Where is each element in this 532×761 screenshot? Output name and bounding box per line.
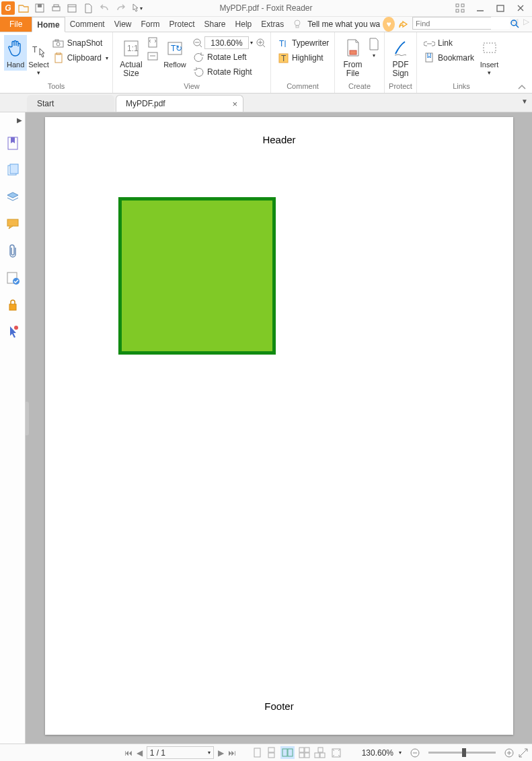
reflow-tool[interactable]: T↻ Reflow (161, 35, 188, 71)
zoom-input[interactable] (204, 36, 249, 49)
document-tabs: Start MyPDF.pdf× ▼ (0, 94, 532, 112)
zoom-in-status-icon[interactable] (504, 748, 515, 758)
share-panel-icon[interactable] (5, 324, 20, 339)
fromfile-label1: From (344, 60, 363, 69)
rotate-left-tool[interactable]: Rotate Left (192, 50, 266, 64)
save-icon[interactable] (34, 2, 46, 14)
security-panel-icon[interactable] (5, 297, 20, 312)
next-page-icon[interactable]: ▶ (218, 748, 224, 758)
snapshot-tool[interactable]: SnapShot (52, 36, 108, 50)
file-menu[interactable]: File (0, 17, 32, 32)
maximize-icon[interactable] (494, 3, 506, 13)
actual-size-tool[interactable]: 1:1 ActualSize (117, 35, 145, 79)
svg-point-59 (14, 326, 18, 330)
newdoc-icon[interactable] (82, 2, 94, 14)
zoom-readout: 130.60% (362, 748, 393, 758)
zoom-out-status-icon[interactable] (410, 748, 420, 758)
search-icon[interactable] (510, 19, 519, 28)
svg-rect-60 (254, 748, 260, 757)
highlight-tool[interactable]: THighlight (277, 51, 329, 65)
fit-options-icon[interactable] (331, 748, 342, 758)
pdf-sign-tool[interactable]: PDFSign (389, 35, 412, 79)
menu-form[interactable]: Form (137, 17, 165, 32)
tab-document[interactable]: MyPDF.pdf× (116, 95, 243, 112)
pages-panel-icon[interactable] (5, 163, 20, 178)
find-input[interactable] (414, 17, 510, 29)
typewriter-tool[interactable]: TTypewriter (277, 36, 329, 50)
tab-start[interactable]: Start (27, 95, 114, 112)
fullscreen-icon[interactable] (519, 748, 528, 758)
hand-tool[interactable]: Hand (4, 35, 27, 71)
bookmarks-panel-icon[interactable] (5, 136, 20, 151)
blank-pdf-icon[interactable] (368, 38, 380, 51)
comments-panel-icon[interactable] (5, 217, 20, 231)
page-number: 1 / 1 (150, 748, 165, 758)
continuous-page-icon[interactable] (266, 747, 276, 758)
share-arrow-icon[interactable] (399, 17, 410, 32)
collapse-ribbon-icon[interactable] (517, 83, 527, 90)
sidebar-grab-handle[interactable] (26, 402, 29, 435)
attachments-panel-icon[interactable] (5, 244, 20, 258)
svg-rect-61 (268, 748, 274, 752)
fit-page-icon[interactable] (147, 36, 159, 48)
menu-extras[interactable]: Extras (256, 17, 289, 32)
insert-tool[interactable]: Insert ▾ (477, 35, 502, 77)
menu-comment[interactable]: Comment (65, 17, 110, 32)
menu-view[interactable]: View (110, 17, 137, 32)
clipboard-tool[interactable]: Clipboard▾ (52, 51, 108, 65)
rotate-right-tool[interactable]: Rotate Right (192, 65, 266, 79)
separate-cover-icon[interactable] (314, 747, 327, 758)
first-page-icon[interactable]: ⏮ (124, 748, 132, 758)
menu-help[interactable]: Help (231, 17, 257, 32)
open-icon[interactable] (17, 2, 30, 14)
undo-icon[interactable] (98, 2, 110, 14)
zoom-slider[interactable] (428, 752, 496, 754)
arrange-icon[interactable] (454, 3, 466, 13)
zoom-in-icon[interactable] (256, 38, 266, 48)
window-icon[interactable] (66, 2, 78, 14)
svg-rect-3 (54, 5, 59, 7)
layers-panel-icon[interactable] (5, 190, 20, 205)
svg-point-14 (511, 20, 517, 26)
from-file-tool[interactable]: FromFile (339, 35, 367, 79)
feedback-icon[interactable]: ♥ (383, 17, 395, 32)
print-icon[interactable] (50, 2, 62, 14)
tab-close-icon[interactable]: × (232, 99, 237, 109)
link-icon (423, 39, 435, 48)
facing-page-icon[interactable] (280, 746, 295, 759)
nav-fwd-icon[interactable]: ▷ (521, 17, 532, 32)
tell-me-search[interactable]: Tell me what you wa (293, 17, 380, 32)
signatures-panel-icon[interactable] (5, 270, 20, 285)
menu-home[interactable]: Home (32, 17, 65, 32)
redo-icon[interactable] (114, 2, 126, 14)
menu-share[interactable]: Share (200, 17, 231, 32)
prev-page-icon[interactable]: ◀ (137, 748, 143, 758)
ribbon: Hand T Select ▾ SnapShot Clipboard▾ Tool… (0, 32, 532, 94)
reflow-icon: T↻ (167, 36, 183, 61)
typewriter-icon: T (277, 38, 289, 48)
fit-width-icon[interactable] (147, 51, 159, 61)
find-box[interactable] (412, 17, 491, 30)
cursor-mode-icon[interactable]: ▾ (130, 2, 143, 14)
svg-rect-63 (282, 749, 287, 756)
insert-icon (482, 36, 498, 61)
continuous-facing-icon[interactable] (299, 747, 310, 758)
select-tool[interactable]: T Select ▾ (27, 35, 50, 77)
zoom-slider-thumb[interactable] (462, 748, 466, 757)
svg-rect-28 (55, 40, 59, 41)
last-page-icon[interactable]: ⏭ (228, 748, 236, 758)
tab-menu-icon[interactable]: ▼ (521, 98, 528, 105)
bookmark-tool[interactable]: Bookmark (423, 51, 474, 65)
sidebar-toggle-icon[interactable]: ▶ (17, 116, 22, 124)
document-viewer[interactable]: Header Footer (26, 112, 532, 744)
zoom-out-icon[interactable] (192, 38, 203, 48)
insert-label: Insert (480, 61, 499, 69)
svg-rect-50 (426, 53, 432, 62)
minimize-icon[interactable] (474, 3, 486, 13)
link-tool[interactable]: Link (423, 36, 474, 50)
single-page-icon[interactable] (252, 747, 262, 758)
close-icon[interactable] (515, 3, 527, 13)
page-input[interactable]: 1 / 1▾ (147, 746, 214, 759)
svg-rect-26 (53, 41, 63, 47)
menu-protect[interactable]: Protect (165, 17, 200, 32)
